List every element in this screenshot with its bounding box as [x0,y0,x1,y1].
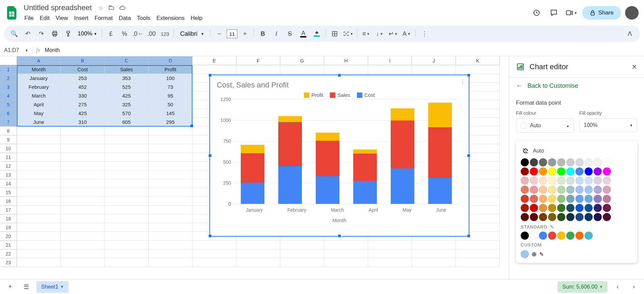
cell[interactable]: 253 [61,74,105,83]
cell[interactable] [105,206,149,214]
color-swatch[interactable] [539,232,547,240]
cell[interactable] [149,214,192,223]
cell[interactable]: April [17,100,61,109]
cell[interactable] [368,241,412,249]
paint-format-icon[interactable] [62,28,74,40]
cell[interactable] [105,197,149,206]
close-sidebar-icon[interactable]: ✕ [632,63,637,71]
col-header[interactable]: D [149,56,192,65]
fill-opacity-select[interactable]: 100%▼ [579,118,638,132]
cell[interactable] [149,127,192,135]
cell[interactable] [412,249,456,258]
merge-cells-icon[interactable]: ▼ [342,28,354,40]
cell[interactable] [149,197,192,206]
col-header[interactable]: J [412,56,456,65]
menu-format[interactable]: Format [92,14,115,23]
col-header[interactable]: B [61,56,105,65]
history-icon[interactable] [530,6,543,20]
color-swatch[interactable] [575,232,584,240]
formula-bar[interactable]: Month [44,46,61,55]
cell[interactable]: Sales [105,65,149,74]
cell[interactable] [192,258,236,267]
color-swatch[interactable] [566,186,574,194]
cell[interactable] [280,65,324,74]
cell[interactable] [17,206,61,214]
cell[interactable]: 525 [105,83,149,91]
color-swatch[interactable] [557,186,565,194]
cell[interactable]: 452 [61,83,105,91]
col-header[interactable]: A [17,56,61,65]
row-header[interactable]: 16 [0,197,17,206]
color-swatch[interactable] [530,204,538,212]
row-header[interactable]: 2 [0,74,17,83]
row-header[interactable]: 18 [0,214,17,223]
bar-segment-sales[interactable] [316,141,339,176]
cell[interactable] [324,241,368,249]
bar-segment-sales[interactable] [241,153,264,183]
cell[interactable] [324,258,368,267]
cell[interactable]: 353 [105,74,149,83]
color-swatch[interactable] [539,213,547,221]
cell[interactable] [61,197,105,206]
cell[interactable] [192,249,236,258]
col-header[interactable]: K [456,56,500,65]
cell[interactable] [105,144,149,153]
all-sheets-icon[interactable]: ☰ [20,281,32,293]
cell[interactable] [17,258,61,267]
color-swatch[interactable] [521,232,529,240]
bar-segment-cost[interactable] [391,168,414,204]
color-swatch[interactable] [539,204,547,212]
col-header[interactable]: I [368,56,412,65]
color-swatch[interactable] [521,204,529,212]
percent-icon[interactable]: % [118,28,130,40]
cell[interactable] [61,249,105,258]
cell[interactable] [105,249,149,258]
color-swatch[interactable] [530,177,538,185]
cell[interactable] [324,65,368,74]
col-header[interactable]: H [324,56,368,65]
quicksum-chip[interactable]: Sum: 5,606.00▼ [558,281,608,293]
cell[interactable] [192,65,236,74]
color-swatch[interactable] [585,204,593,212]
explore-right-icon[interactable]: › [628,281,640,293]
cell[interactable] [17,232,61,241]
color-swatch[interactable] [594,158,602,166]
resize-handle[interactable] [338,234,341,238]
cell[interactable] [61,206,105,214]
cell[interactable]: 425 [61,109,105,118]
cell[interactable] [61,170,105,179]
vert-align-icon[interactable]: ↓▼ [373,28,386,40]
bar-segment-cost[interactable] [241,183,264,204]
cell[interactable] [17,162,61,170]
cell[interactable]: Cost [61,65,105,74]
zoom-select[interactable]: 100%▼ [76,30,99,37]
cell[interactable] [236,241,280,249]
cell[interactable] [17,153,61,162]
decrease-decimal-icon[interactable]: .0← [132,28,144,40]
color-swatch[interactable] [557,158,565,166]
color-swatch[interactable] [603,167,611,176]
color-swatch[interactable] [566,232,574,240]
color-swatch[interactable] [530,167,538,176]
cell[interactable] [412,65,456,74]
row-header[interactable]: 22 [0,249,17,258]
cell[interactable] [149,188,192,197]
cell[interactable] [17,223,61,232]
cell[interactable] [368,258,412,267]
add-custom-color-icon[interactable]: ⊕ [532,250,537,258]
color-swatch[interactable] [575,213,584,221]
cell[interactable] [412,241,456,249]
resize-handle[interactable] [338,74,341,77]
cell[interactable] [149,206,192,214]
cell[interactable] [105,188,149,197]
color-swatch[interactable] [603,158,611,166]
color-swatch[interactable] [603,177,611,185]
bar-segment-sales[interactable] [391,121,414,168]
color-swatch[interactable] [530,195,538,203]
cell[interactable] [236,258,280,267]
menu-edit[interactable]: Edit [37,14,52,23]
resize-handle[interactable] [467,234,470,238]
menu-extensions[interactable]: Extensions [154,14,187,23]
color-swatch[interactable] [521,158,529,166]
cell[interactable] [17,127,61,135]
